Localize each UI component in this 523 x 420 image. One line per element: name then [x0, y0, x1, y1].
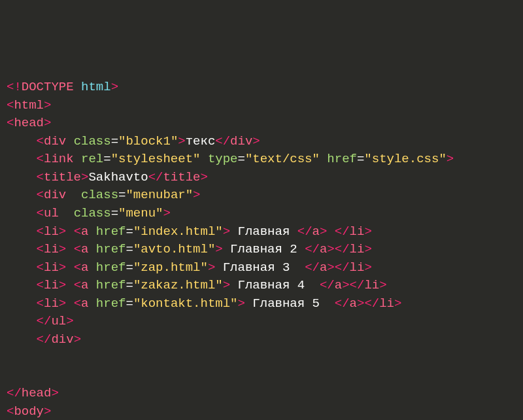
code-token: Главная 5 [245, 296, 335, 311]
code-token: a [350, 296, 357, 311]
code-token: li [44, 278, 59, 292]
code-token: title [163, 170, 200, 184]
code-token: Главная 3 [215, 260, 305, 275]
code-token: class [74, 206, 111, 220]
code-token: > [223, 278, 230, 292]
code-token: "block1" [118, 134, 178, 149]
code-line[interactable]: <title>Sakhavto</title> [7, 170, 208, 184]
code-token: li [44, 296, 59, 311]
code-token: href [327, 152, 357, 166]
code-token: li [364, 278, 379, 292]
code-token: </ [215, 134, 230, 149]
code-token: > [327, 242, 334, 256]
code-token: html [14, 98, 44, 113]
code-token [66, 188, 81, 202]
code-token: Главная 4 [230, 278, 320, 292]
code-token: li [44, 242, 59, 256]
code-line[interactable]: <li> <a href="index.html"> Главная </a> … [7, 224, 372, 239]
code-token: </ [335, 224, 350, 239]
code-token: > [447, 152, 454, 166]
code-token: = [238, 152, 245, 166]
code-line[interactable]: <div class="menubar"> [7, 188, 201, 202]
code-token: < [7, 98, 14, 113]
code-line[interactable]: <!DOCTYPE html> [7, 80, 118, 94]
code-token: </ [320, 278, 335, 292]
code-token: div [44, 188, 66, 202]
code-token [66, 278, 73, 292]
code-token: > [44, 404, 51, 419]
code-token: > [252, 134, 260, 149]
code-token: > [193, 188, 200, 202]
code-token: = [103, 152, 110, 166]
code-line[interactable]: <div class="block1">текс</div> [7, 134, 260, 149]
code-token: > [223, 224, 230, 239]
code-token: link [44, 152, 74, 166]
code-token: "menubar" [126, 188, 193, 202]
code-token: < [37, 188, 44, 202]
code-line[interactable]: <link rel="stylesheet" type="text/css" h… [7, 152, 454, 166]
code-line[interactable]: </head> [7, 386, 59, 400]
code-line[interactable]: <ul class="menu"> [7, 206, 171, 220]
code-line[interactable]: <li> <a href="avto.html"> Главная 2 </a>… [7, 242, 372, 256]
code-token [66, 134, 73, 149]
code-token: = [126, 242, 133, 256]
code-token: DOCTYPE [22, 80, 74, 94]
code-token: > [379, 278, 386, 292]
code-line[interactable]: <li> <a href="zakaz.html"> Главная 4 </a… [7, 278, 387, 292]
code-token: > [364, 242, 371, 256]
code-token: "stylesheet" [111, 152, 201, 166]
code-token [59, 206, 74, 220]
code-token: > [59, 296, 66, 311]
code-line[interactable]: <body> [7, 404, 51, 419]
code-token: div [230, 134, 252, 149]
code-token: < [7, 404, 14, 419]
code-token [88, 296, 95, 311]
code-line[interactable]: <li> <a href="kontakt.html"> Главная 5 <… [7, 296, 401, 311]
code-token: Sakhavto [88, 170, 148, 184]
code-token: href [96, 278, 126, 292]
code-token: a [81, 260, 88, 275]
code-token [88, 278, 95, 292]
code-line[interactable]: </ul> [7, 314, 74, 328]
code-token: < [37, 206, 44, 220]
code-token: a [320, 242, 327, 256]
code-token: href [96, 224, 126, 239]
code-token: > [394, 296, 401, 311]
code-token: </ [350, 278, 365, 292]
code-token: > [44, 98, 51, 113]
code-token: div [44, 134, 66, 149]
code-token: = [126, 296, 133, 311]
code-token: </ [305, 242, 320, 256]
code-token [74, 152, 81, 166]
code-line[interactable]: <head> [7, 116, 51, 130]
code-token: </ [335, 296, 350, 311]
code-token: div [51, 332, 73, 347]
code-token: "text/css" [245, 152, 320, 166]
code-editor[interactable]: <!DOCTYPE html> <html> <head> <div class… [7, 79, 516, 420]
code-token: ul [51, 314, 66, 328]
code-token: > [357, 296, 364, 311]
code-token: < [37, 152, 44, 166]
code-token: href [96, 242, 126, 256]
code-token [88, 242, 95, 256]
code-token: > [200, 170, 207, 184]
code-token: "zakaz.html" [133, 278, 223, 292]
code-token: a [335, 278, 342, 292]
code-token: href [96, 260, 126, 275]
code-token: html [74, 80, 111, 94]
code-token: > [59, 224, 66, 239]
code-token: </ [7, 386, 22, 400]
code-token: < [7, 116, 14, 130]
code-token: > [74, 332, 81, 347]
code-token: "index.html" [133, 224, 223, 239]
code-token: = [118, 188, 126, 202]
code-token: < [37, 242, 44, 256]
code-token: </ [305, 260, 320, 275]
code-token: < [37, 278, 44, 292]
code-line[interactable]: </div> [7, 332, 81, 347]
code-token: > [364, 260, 371, 275]
code-line[interactable]: <html> [7, 98, 51, 113]
code-token: > [81, 170, 88, 184]
code-token: = [357, 152, 364, 166]
code-line[interactable]: <li> <a href="zap.html"> Главная 3 </a><… [7, 260, 372, 275]
